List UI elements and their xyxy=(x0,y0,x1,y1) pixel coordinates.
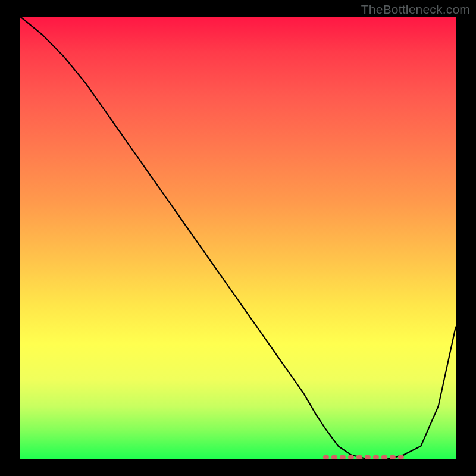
plot-area xyxy=(20,17,456,459)
chart-frame: TheBottleneck.com xyxy=(0,0,476,476)
watermark-text: TheBottleneck.com xyxy=(361,2,470,17)
